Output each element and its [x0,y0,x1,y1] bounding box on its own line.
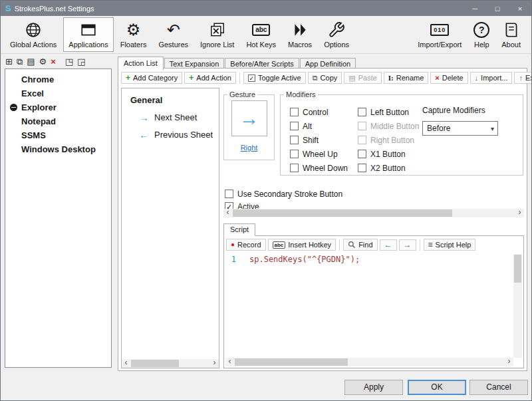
separator [339,239,340,251]
toggle-active-button[interactable]: ✓Toggle Active [243,72,306,84]
copy-button[interactable]: ⧉Copy [308,72,342,84]
cancel-button[interactable]: Cancel [469,380,528,395]
checkbox-x2-button[interactable]: X2 Button [358,161,419,175]
delete-button[interactable]: ×Delete [430,72,467,84]
scroll-thumb[interactable] [131,360,179,367]
paste-icon: ▤ [348,74,355,82]
collapse-icon[interactable] [10,104,17,111]
app-list-item-label: Explorer [21,102,57,112]
checkbox-icon [290,164,299,172]
expand-window-icon[interactable]: ◳ [65,57,73,67]
right-arrow-icon: → [139,113,149,122]
application-list[interactable]: Chrome Excel Explorer Notepad SSMS Windo… [5,68,112,368]
stacked-pages-icon [209,21,226,39]
checkbox-left-button[interactable]: Left Button [358,105,419,119]
toolbar-import-export[interactable]: 010 Import/Export [412,17,467,52]
toolbar-floaters[interactable]: ⚙ Floaters [115,17,152,52]
scroll-right-icon[interactable]: › [515,209,524,217]
import-button[interactable]: ↓Import... [470,72,513,84]
scroll-left-icon[interactable]: ‹ [225,358,234,366]
script-editor[interactable]: 1 sp.SendKeys("^{PGDN}"); [225,254,513,358]
modifiers-group: Modifiers Control Alt Shift Wheel Up Whe… [280,90,523,176]
checkbox-wheel-down[interactable]: Wheel Down [290,161,348,175]
scroll-left-icon[interactable]: ‹ [223,209,232,217]
tree-category-general[interactable]: General [122,88,219,105]
tab-action-list[interactable]: Action List [118,57,164,70]
app-list-item-explorer[interactable]: Explorer [5,100,111,114]
checkbox-shift[interactable]: Shift [290,133,348,147]
delete-icon[interactable]: × [51,57,56,67]
toolbar-label: Ignore List [200,41,234,49]
details-horizontal-scrollbar[interactable]: ‹ › [223,209,524,217]
toolbar-global-actions[interactable]: Global Actions [5,17,62,52]
app-list-item-chrome[interactable]: Chrome [5,72,111,86]
checkbox-label: Alt [303,122,312,131]
apply-button[interactable]: Apply [344,380,403,395]
checkbox-x1-button[interactable]: X1 Button [358,147,419,161]
toolbar-label: Options [324,41,349,49]
paste-icon[interactable]: ▤ [27,57,35,67]
checkbox-control[interactable]: Control [290,105,348,119]
editor-horizontal-scrollbar[interactable]: ‹ › [225,358,513,366]
new-action-icon[interactable]: ⊞ [5,57,13,67]
toolbar-about[interactable]: About [496,17,526,52]
maximize-button[interactable]: □ [486,1,509,16]
script-help-button[interactable]: ≡Script Help [424,239,476,251]
scroll-right-icon[interactable]: › [505,358,513,366]
checkbox-alt[interactable]: Alt [290,119,348,133]
toolbar-label: Hot Keys [246,41,276,49]
toolbar-help[interactable]: ? Help [468,17,495,52]
toolbar-applications[interactable]: Applications [63,17,113,52]
toolbar-hot-keys[interactable]: abc Hot Keys [241,17,281,52]
line-number: 1 [225,254,240,265]
tree-item-label: Previous Sheet [154,130,213,140]
record-icon: ● [231,241,235,248]
scroll-right-icon[interactable]: › [210,359,219,368]
rename-icon: I: [388,74,394,82]
tree-horizontal-scrollbar[interactable]: ‹ › [122,359,219,368]
close-button[interactable]: × [509,1,531,16]
editor-vertical-scrollbar[interactable] [513,254,522,358]
scroll-left-icon[interactable]: ‹ [122,359,130,368]
rename-button[interactable]: I:Rename [384,72,429,84]
gesture-right-link[interactable]: Right [224,144,274,152]
toolbar-label: Macros [288,41,312,49]
record-button[interactable]: ●Record [226,239,266,251]
tree-item-previous-sheet[interactable]: ← Previous Sheet [122,130,219,140]
find-button[interactable]: Find [343,239,377,251]
restore-window-icon[interactable]: ◲ [77,57,85,67]
checkbox-wheel-up[interactable]: Wheel Up [290,147,348,161]
copy-icon[interactable]: ⧉ [17,57,23,67]
settings-window: S StrokesPlus.net Settings ─ □ × Global … [0,0,532,401]
action-tree[interactable]: General → Next Sheet ← Previous Sheet ‹ … [121,88,219,368]
app-list-item-ssms[interactable]: SSMS [5,128,111,142]
add-action-button[interactable]: +Add Action [184,72,236,84]
settings-icon[interactable]: ⚙ [39,57,47,67]
app-list-item-windows-desktop[interactable]: Windows Desktop [5,142,111,156]
checkbox-use-secondary-stroke-button[interactable]: Use Secondary Stroke Button [225,187,342,201]
checkbox-label: X2 Button [370,164,406,173]
export-button[interactable]: ↑Export... [514,72,532,84]
capture-modifiers-dropdown[interactable]: Before ▾ [422,121,498,136]
checkbox-label: Wheel Up [303,150,338,159]
tree-item-next-sheet[interactable]: → Next Sheet [122,112,219,122]
navigate-forward-button[interactable]: → [399,239,416,251]
toolbar-macros[interactable]: Macros [283,17,317,52]
minimize-button[interactable]: ─ [464,1,486,16]
paste-button[interactable]: ▤Paste [344,72,382,84]
scroll-thumb[interactable] [514,255,521,283]
tab-script[interactable]: Script [223,223,255,236]
toolbar-ignore-list[interactable]: Ignore List [195,17,239,52]
titlebar[interactable]: S StrokesPlus.net Settings ─ □ × [1,1,531,16]
app-list-item-excel[interactable]: Excel [5,86,111,100]
ok-button[interactable]: OK [408,380,466,395]
toolbar-gestures[interactable]: ↶ Gestures [153,17,194,52]
navigate-back-button[interactable]: ← [380,239,397,251]
app-list-item-notepad[interactable]: Notepad [5,114,111,128]
toolbar-options[interactable]: Options [319,17,354,52]
insert-hotkey-button[interactable]: abcInsert Hotkey [268,239,336,251]
add-category-button[interactable]: +Add Category [121,72,182,84]
checkbox-icon [225,190,233,198]
scroll-thumb[interactable] [233,209,452,217]
scroll-thumb[interactable] [235,358,348,366]
